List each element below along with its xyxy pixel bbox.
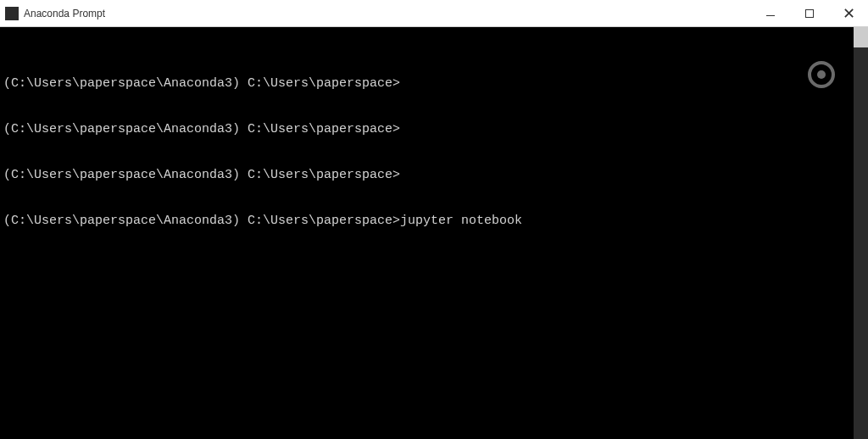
window-controls: ✕ <box>751 0 868 26</box>
app-icon <box>5 7 19 20</box>
recording-indicator-dot-icon <box>817 70 826 79</box>
recording-indicator-icon <box>808 61 835 88</box>
command: jupyter notebook <box>400 214 522 228</box>
close-button[interactable]: ✕ <box>829 1 868 26</box>
terminal-wrapper: (C:\Users\paperspace\Anaconda3) C:\Users… <box>0 27 868 439</box>
scrollbar-thumb[interactable] <box>854 27 868 47</box>
terminal-line: (C:\Users\paperspace\Anaconda3) C:\Users… <box>3 214 850 229</box>
prompt: (C:\Users\paperspace\Anaconda3) C:\Users… <box>3 76 400 91</box>
prompt: (C:\Users\paperspace\Anaconda3) C:\Users… <box>3 214 400 228</box>
close-icon: ✕ <box>843 6 855 21</box>
vertical-scrollbar[interactable] <box>854 27 868 439</box>
maximize-icon <box>805 9 814 18</box>
minimize-button[interactable] <box>751 1 790 26</box>
terminal-line: (C:\Users\paperspace\Anaconda3) C:\Users… <box>3 168 850 183</box>
terminal-line: (C:\Users\paperspace\Anaconda3) C:\Users… <box>3 122 850 137</box>
window-title: Anaconda Prompt <box>24 8 105 19</box>
terminal[interactable]: (C:\Users\paperspace\Anaconda3) C:\Users… <box>0 27 854 439</box>
maximize-button[interactable] <box>790 1 829 26</box>
terminal-line: (C:\Users\paperspace\Anaconda3) C:\Users… <box>3 76 850 92</box>
title-bar[interactable]: Anaconda Prompt ✕ <box>0 0 868 27</box>
minimize-icon <box>766 15 775 16</box>
application-window: Anaconda Prompt ✕ (C:\Users\paperspace\A… <box>0 0 868 439</box>
title-left: Anaconda Prompt <box>5 7 105 20</box>
prompt: (C:\Users\paperspace\Anaconda3) C:\Users… <box>3 168 400 182</box>
prompt: (C:\Users\paperspace\Anaconda3) C:\Users… <box>3 122 400 136</box>
